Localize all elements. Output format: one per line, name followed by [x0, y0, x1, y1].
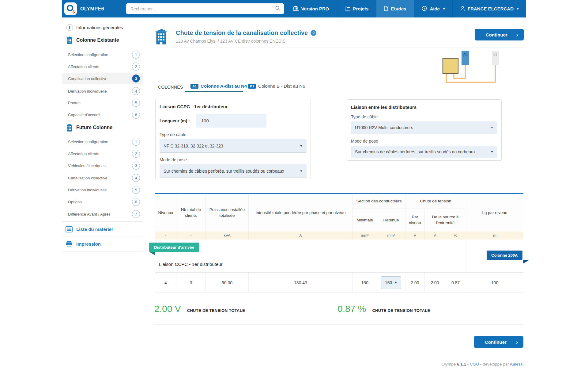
step-label: Différence Avant / Après [68, 212, 111, 217]
folder-icon [345, 6, 350, 12]
footer-version: 6.1.1 [457, 362, 466, 366]
total-label: CHUTE DE TENSION TOTALE [187, 308, 245, 313]
column-b1-node[interactable]: B1 [492, 51, 499, 65]
nav-item-version-pro[interactable]: Version PRO [285, 0, 337, 17]
nav-label: Etudes [391, 6, 406, 11]
col-header-minimale: Minimale [353, 209, 377, 232]
list-icon [66, 226, 73, 232]
chevron-down-icon: ▼ [491, 150, 493, 153]
column-b1-badge: B1 [248, 84, 256, 89]
footer: Olympe 6.1.1 - CGU - développé par Kales… [442, 362, 523, 366]
app-window: O 6 OLYMPE6 Version PRO Projets [62, 0, 526, 368]
step-number: 7 [132, 210, 140, 218]
sidebar-section-future-colonne[interactable]: Future Colonne [62, 121, 143, 134]
col-header-niveaux: Niveaux [155, 194, 176, 232]
unit-cell: - [155, 232, 176, 240]
select-value: U1000 R2V Multi_conducteurs [355, 125, 413, 130]
footer-cgu-link[interactable]: CGU [470, 362, 479, 366]
cable-type-select[interactable]: U1000 R2V Multi_conducteurs ▼ [351, 121, 497, 134]
col-header-par-niveau: Par niveau [405, 209, 425, 232]
select-value: Sur chemins de câbles perforés, sur trei… [355, 149, 476, 154]
sidebar-step-selection-configuration[interactable]: Sélection configuration 1 [62, 49, 143, 60]
sidebar-step-fc-selection-configuration[interactable]: Sélection configuration 1 [62, 136, 143, 148]
step-number: 2 [132, 150, 140, 158]
chevron-right-icon: › [516, 32, 518, 38]
search-icon[interactable] [275, 6, 280, 12]
cable-type-label: Type de câble [160, 132, 307, 137]
cell-puissance: 90.00 [206, 273, 249, 293]
step-number: 2 [132, 63, 140, 71]
cable-type-select[interactable]: NF C 32-310, 32-322 et 32-323 ▼ [160, 139, 307, 153]
step-number: 4 [132, 174, 140, 182]
sidebar-step-fc-vehicules-electriques[interactable]: Véhicules électriques 3 [62, 160, 143, 171]
step-label: Canalisation collective [68, 176, 107, 180]
nav-item-etudes[interactable]: Etudes [376, 0, 414, 17]
badge-fold [523, 260, 530, 263]
footer-separator: - [467, 362, 469, 366]
sidebar-step-derivation-individuelle[interactable]: Dérivation individuelle 4 [62, 85, 143, 97]
app-logo[interactable]: O 6 [64, 2, 77, 15]
search-box[interactable] [126, 3, 284, 14]
continue-button-top[interactable]: Continuer › [475, 29, 524, 40]
columns-diagram: A1 B1 [442, 48, 503, 85]
sidebar-step-fc-canalisation-collective[interactable]: Canalisation collective 4 [62, 172, 143, 184]
active-tab-underline [185, 91, 243, 92]
col-header-source-extremite: De la source à l'extremité [425, 209, 466, 232]
sidebar-step-photos[interactable]: Photos 5 [62, 97, 143, 109]
distributor-node[interactable] [443, 58, 458, 74]
tab-colonnes[interactable]: COLONNES [158, 85, 183, 90]
nav-item-aide[interactable]: ? Aide ▾ [414, 0, 452, 17]
page-subtitle: 123 Av Champs Elys. / 123 AV CE distr co… [176, 39, 285, 44]
sidebar-step-affectation-clients[interactable]: Affectation clients 2 [62, 61, 143, 72]
nav-item-projets[interactable]: Projets [337, 0, 376, 17]
retenue-select[interactable]: 150 ▼ [381, 276, 401, 289]
installation-mode-select[interactable]: Sur chemins de câbles perforés, sur trei… [160, 164, 307, 178]
col-header-lg-par-niveau: Lg par niveau [466, 194, 523, 232]
sidebar-section-title: Future Colonne [76, 125, 112, 130]
chevron-down-icon: ▼ [300, 144, 303, 148]
search-input[interactable] [130, 6, 275, 12]
unit-cell: - [176, 232, 206, 240]
step-label: Sélection configuration [68, 52, 108, 57]
unit-cell: V [425, 232, 445, 240]
sidebar-step-capacite-accueil[interactable]: Capacité d'accueil 6 [62, 109, 143, 121]
sidebar-step-canalisation-collective[interactable]: Canalisation collective 3 [62, 73, 143, 84]
cable-type-label: Type de câble [351, 114, 497, 119]
page-help-icon[interactable]: ? [311, 30, 316, 36]
arrival-distributor-badge: Distributeur d'arrivée [149, 243, 199, 252]
tab-colonne-a[interactable]: A1 Colonne A-dist au N4 [190, 83, 247, 89]
length-input[interactable] [196, 114, 266, 128]
total-value: 2.00 V [154, 304, 181, 314]
sidebar-item-liste-du-materiel[interactable]: Liste du matériel [62, 221, 143, 236]
tab-colonne-b[interactable]: B1 Colonne B - Dist au N6 [248, 83, 305, 89]
cell-section-minimale: 150 [353, 273, 377, 293]
sidebar-step-fc-derivation-individuelle[interactable]: Dérivation individuelle 5 [62, 184, 143, 196]
bottom-divider [154, 324, 523, 325]
nav-item-user-account[interactable]: FRANCE ELCERCAD ▾ [452, 0, 526, 17]
col-group-chute-tension: Chute de tension [405, 194, 466, 209]
footer-developed-by: développé par [483, 362, 509, 366]
nav-label: Projets [353, 6, 369, 11]
column-a1-node[interactable]: A1 [462, 51, 469, 65]
chevron-down-icon: ▾ [443, 7, 445, 10]
sidebar-item-informations-generales[interactable]: i Informations générales [62, 21, 143, 33]
select-value: NF C 32-310, 32-322 et 32-323 [164, 144, 223, 148]
cell-intensite: 130.43 [249, 273, 353, 293]
step-number: 4 [132, 87, 140, 95]
unit-cell: A [249, 232, 353, 240]
continue-label: Continuer [485, 339, 507, 345]
unit-cell: % [445, 232, 466, 240]
total-voltage-drop-v: 2.00 V CHUTE DE TENSION TOTALE [154, 304, 245, 314]
sidebar-step-fc-options[interactable]: Options 6 [62, 196, 143, 208]
sidebar-step-fc-difference-avant-apres[interactable]: Différence Avant / Après 7 [62, 208, 143, 220]
sidebar-section-colonne-existante[interactable]: Colonne Existante [62, 34, 143, 46]
step-number: 6 [132, 198, 140, 206]
sidebar-item-label: Informations générales [76, 25, 123, 30]
sidebar-item-impression[interactable]: Impression [62, 236, 143, 251]
continue-button-bottom[interactable]: Continuer › [474, 336, 523, 348]
installation-mode-select[interactable]: Sur chemins de câbles perforés, sur trei… [351, 146, 497, 158]
cell-chute-par-niveau: 2.00 [405, 273, 425, 293]
sidebar-step-fc-affectation-clients[interactable]: Affectation clients 2 [62, 148, 143, 159]
chevron-down-icon: ▾ [517, 7, 518, 10]
footer-company-link[interactable]: Kalessi [510, 362, 523, 366]
